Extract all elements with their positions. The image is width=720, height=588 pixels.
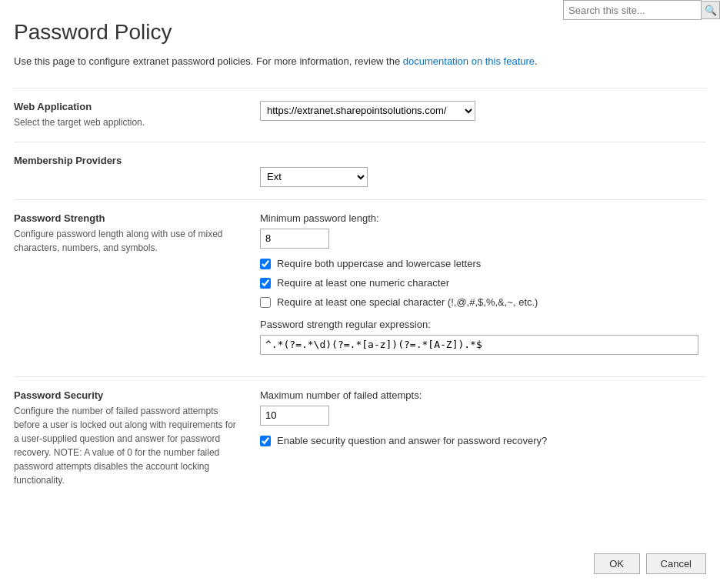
web-application-left: Web Application Select the target web ap…: [14, 101, 252, 129]
ok-button[interactable]: OK: [594, 553, 640, 574]
description-end: .: [535, 55, 538, 67]
membership-providers-label: Membership Providers: [14, 155, 237, 166]
web-application-right: https://extranet.sharepointsolutions.com…: [252, 101, 706, 121]
max-attempts-group: Maximum number of failed attempts:: [260, 389, 706, 426]
documentation-link[interactable]: documentation on this feature: [403, 55, 535, 67]
password-strength-label: Password Strength: [14, 212, 237, 224]
search-icon: 🔍: [705, 5, 717, 16]
search-button[interactable]: 🔍: [702, 1, 720, 19]
regex-input[interactable]: [260, 335, 698, 355]
web-application-section: Web Application Select the target web ap…: [14, 88, 706, 142]
min-length-group: Minimum password length:: [260, 212, 706, 249]
page-title: Password Policy: [14, 20, 706, 45]
password-security-sublabel: Configure the number of failed password …: [14, 404, 237, 487]
numeric-checkbox[interactable]: [260, 278, 271, 289]
regex-label: Password strength regular expression:: [260, 319, 706, 330]
password-strength-section: Password Strength Configure password len…: [14, 199, 706, 376]
numeric-label[interactable]: Require at least one numeric character: [277, 277, 449, 289]
password-security-label: Password Security: [14, 389, 237, 401]
min-length-label: Minimum password length:: [260, 212, 706, 224]
uppercase-checkbox[interactable]: [260, 259, 271, 269]
cancel-button[interactable]: Cancel: [646, 553, 706, 574]
special-label[interactable]: Require at least one special character (…: [277, 296, 538, 308]
max-attempts-input[interactable]: [260, 406, 329, 426]
password-security-section: Password Security Configure the number o…: [14, 376, 706, 499]
web-application-select[interactable]: https://extranet.sharepointsolutions.com…: [260, 101, 475, 121]
search-bar: 🔍: [563, 0, 720, 20]
security-question-checkbox[interactable]: [260, 436, 271, 446]
membership-providers-left: Membership Providers: [14, 155, 252, 169]
search-input[interactable]: [563, 0, 702, 20]
membership-providers-right: Ext: [252, 155, 706, 187]
uppercase-checkbox-row: Require both uppercase and lowercase let…: [260, 258, 706, 269]
membership-providers-select[interactable]: Ext: [260, 167, 368, 187]
special-checkbox[interactable]: [260, 297, 271, 308]
security-question-label[interactable]: Enable security question and answer for …: [277, 435, 547, 446]
membership-providers-section: Membership Providers Ext: [14, 142, 706, 199]
password-security-right: Maximum number of failed attempts: Enabl…: [252, 389, 706, 454]
description-text: Use this page to configure extranet pass…: [14, 55, 403, 67]
special-checkbox-row: Require at least one special character (…: [260, 296, 706, 308]
max-attempts-label: Maximum number of failed attempts:: [260, 389, 706, 401]
page-description: Use this page to configure extranet pass…: [14, 54, 706, 69]
password-strength-right: Minimum password length: Require both up…: [252, 212, 706, 364]
password-security-left: Password Security Configure the number o…: [14, 389, 252, 487]
regex-group: Password strength regular expression:: [260, 319, 706, 355]
web-application-label: Web Application: [14, 101, 237, 112]
password-strength-left: Password Strength Configure password len…: [14, 212, 252, 255]
password-strength-sublabel: Configure password length along with use…: [14, 227, 237, 255]
security-question-checkbox-row: Enable security question and answer for …: [260, 435, 706, 446]
uppercase-label[interactable]: Require both uppercase and lowercase let…: [277, 258, 481, 269]
min-length-input[interactable]: [260, 229, 329, 249]
main-content: Password Policy Use this page to configu…: [0, 0, 720, 561]
numeric-checkbox-row: Require at least one numeric character: [260, 277, 706, 289]
web-application-sublabel: Select the target web appliction.: [14, 115, 237, 129]
footer-buttons: OK Cancel: [594, 553, 706, 574]
